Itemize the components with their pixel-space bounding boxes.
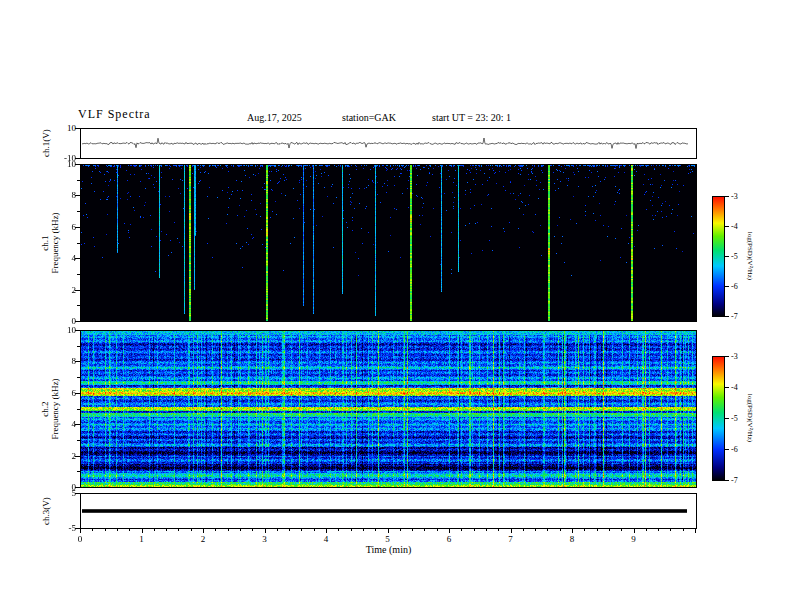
colorbar-tick-mark [725,387,729,388]
ch1-voltage-trace-canvas [81,129,696,158]
colorbar-tick-label: -4 [731,383,738,392]
x-minor-tick-mark [683,528,684,531]
ch3-voltage-trace-canvas [81,494,696,528]
colorbar-tick-mark [725,480,729,481]
y-tick-mark [75,195,80,196]
x-minor-tick-mark [621,528,622,531]
ch1v-axis-label: ch.1(V) [41,129,51,157]
x-minor-tick-mark [338,528,339,531]
x-tick-label: 9 [622,534,646,544]
colorbar-tick-label: -5 [731,252,738,261]
colorbar-ch2-label: log(PSD)(V²/Hz) [746,394,754,442]
y-minor-tick-mark [77,211,80,212]
y-tick-label: 2 [52,285,76,295]
x-minor-tick-mark [437,528,438,531]
x-axis-title: Time (min) [80,544,697,555]
panel-ch2-spectrogram [80,330,697,488]
y-tick-label: 8 [52,356,76,366]
x-minor-tick-mark [301,528,302,531]
colorbar-tick-mark [725,196,729,197]
colorbar-ch2-gradient [713,357,724,480]
x-tick-mark [80,528,81,533]
y-tick-label: 6 [52,388,76,398]
x-minor-tick-mark [215,528,216,531]
colorbar-tick-label: -7 [731,312,738,321]
colorbar-ch1 [712,196,725,317]
colorbar-tick-label: -3 [731,192,738,201]
x-minor-tick-mark [560,528,561,531]
colorbar-tick-mark [725,418,729,419]
x-tick-mark [572,528,573,533]
x-minor-tick-mark [584,528,585,531]
y-minor-tick-mark [77,346,80,347]
x-minor-tick-mark [498,528,499,531]
x-minor-tick-mark [178,528,179,531]
x-tick-label: 3 [253,534,277,544]
x-minor-tick-mark [314,528,315,531]
x-minor-tick-mark [461,528,462,531]
x-minor-tick-mark [597,528,598,531]
colorbar-tick-mark [725,226,729,227]
x-minor-tick-mark [412,528,413,531]
y-minor-tick-mark [77,471,80,472]
x-tick-label: 8 [560,534,584,544]
y-tick-mark [75,290,80,291]
y-tick-label: -5 [52,523,76,533]
x-tick-mark [634,528,635,533]
x-minor-tick-mark [154,528,155,531]
colorbar-tick-label: -3 [731,352,738,361]
colorbar-ch2 [712,356,725,481]
y-minor-tick-mark [77,305,80,306]
x-minor-tick-mark [535,528,536,531]
y-minor-tick-mark [77,377,80,378]
y-tick-label: 2 [52,451,76,461]
x-tick-mark [511,528,512,533]
x-tick-mark [695,528,696,533]
y-tick-mark [75,164,80,165]
x-minor-tick-mark [105,528,106,531]
x-minor-tick-mark [609,528,610,531]
x-minor-tick-mark [363,528,364,531]
ch1-spectrogram-canvas [81,165,696,321]
y-minor-tick-mark [77,180,80,181]
x-minor-tick-mark [240,528,241,531]
x-tick-mark [449,528,450,533]
x-minor-tick-mark [228,528,229,531]
x-tick-mark [265,528,266,533]
y-tick-mark [75,493,80,494]
colorbar-ch1-label: log(PSD)(V²/Hz) [746,232,754,280]
y-tick-label: 10 [52,123,76,133]
x-minor-tick-mark [486,528,487,531]
x-tick-label: 0 [68,534,92,544]
spec2-axis-label-line1: ch.2 [40,378,50,439]
x-tick-label: 1 [130,534,154,544]
plot-date: Aug.17, 2025 [247,112,302,123]
colorbar-tick-mark [725,449,729,450]
colorbar-tick-mark [725,316,729,317]
x-tick-mark [326,528,327,533]
colorbar-tick-mark [725,256,729,257]
colorbar-tick-label: -7 [731,476,738,485]
x-minor-tick-mark [129,528,130,531]
x-minor-tick-mark [400,528,401,531]
y-tick-mark [75,361,80,362]
x-tick-mark [203,528,204,533]
x-tick-label: 5 [376,534,400,544]
x-minor-tick-mark [547,528,548,531]
y-minor-tick-mark [77,243,80,244]
x-minor-tick-mark [646,528,647,531]
x-tick-label: 2 [191,534,215,544]
y-tick-mark [75,227,80,228]
colorbar-tick-label: -6 [731,282,738,291]
x-tick-label: 4 [314,534,338,544]
ch2-spectrogram-canvas [81,331,696,487]
colorbar-tick-label: -4 [731,222,738,231]
x-minor-tick-mark [252,528,253,531]
x-minor-tick-mark [191,528,192,531]
y-tick-label: 5 [52,488,76,498]
plot-title: VLF Spectra [78,109,151,120]
panel-ch1-voltage [80,128,697,159]
x-minor-tick-mark [92,528,93,531]
x-minor-tick-mark [424,528,425,531]
x-minor-tick-mark [375,528,376,531]
